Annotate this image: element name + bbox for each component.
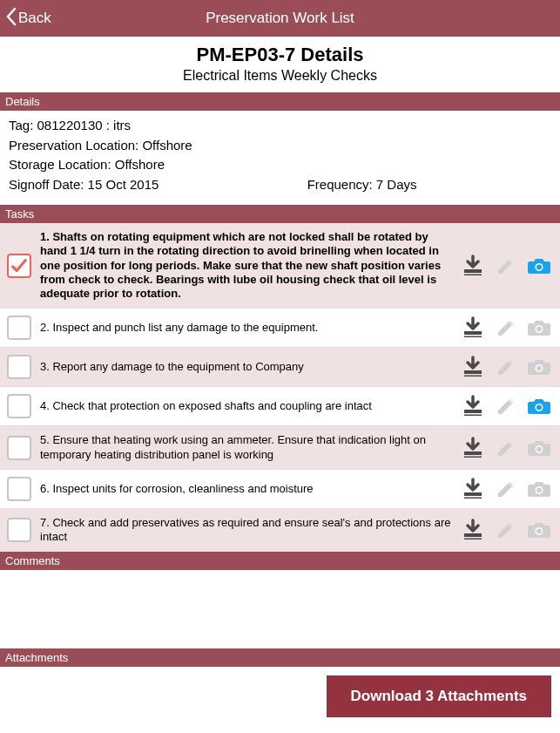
svg-point-27 (536, 529, 542, 534)
task-checkbox[interactable] (7, 355, 31, 379)
download-icon[interactable] (461, 518, 485, 542)
svg-point-19 (536, 446, 542, 451)
svg-rect-8 (464, 370, 482, 374)
navbar: Back Preservation Work List (0, 0, 560, 37)
download-icon[interactable] (461, 254, 485, 278)
svg-rect-0 (464, 269, 482, 273)
task-text: 5. Ensure that heating work using an amm… (40, 433, 452, 462)
task-text: 2. Inspect and punch list any damage to … (40, 321, 452, 335)
task-checkbox[interactable] (7, 316, 31, 340)
pencil-icon[interactable] (494, 254, 518, 278)
svg-rect-24 (464, 533, 482, 537)
download-icon[interactable] (461, 394, 485, 418)
details-body: Tag: 081220130 : itrs Preservation Locat… (0, 111, 560, 205)
svg-rect-17 (464, 456, 482, 458)
download-attachments-button[interactable]: Download 3 Attachments (327, 675, 551, 717)
section-header-tasks: Tasks (0, 205, 560, 223)
camera-icon[interactable] (527, 316, 551, 340)
task-actions (461, 254, 551, 278)
tasks-list: 1. Shafts on rotating equipment which ar… (0, 223, 560, 552)
svg-rect-25 (464, 539, 482, 540)
task-text: 3. Report any damage to the equipment to… (40, 360, 452, 374)
detail-tag: Tag: 081220130 : itrs (9, 116, 551, 136)
task-actions (461, 316, 551, 340)
task-actions (461, 477, 551, 501)
svg-rect-5 (464, 336, 482, 338)
download-icon[interactable] (461, 436, 485, 460)
task-actions (461, 436, 551, 460)
task-row: 4. Check that protection on exposed shaf… (0, 387, 560, 426)
svg-point-15 (536, 405, 542, 411)
task-row: 5. Ensure that heating work using an amm… (0, 426, 560, 470)
svg-point-3 (536, 264, 542, 269)
nav-title: Preservation Work List (206, 10, 354, 27)
task-text: 7. Check and add preservatives as requir… (40, 516, 452, 545)
chevron-left-icon (5, 7, 17, 31)
task-actions (461, 355, 551, 379)
camera-icon[interactable] (527, 254, 551, 278)
back-button[interactable]: Back (5, 0, 51, 37)
page-title: PM-EP03-7 Details (0, 44, 560, 66)
download-icon[interactable] (461, 477, 485, 501)
task-row: 6. Inspect units for corrosion, cleanlin… (0, 470, 560, 509)
task-actions (461, 394, 551, 418)
task-text: 6. Inspect units for corrosion, cleanlin… (40, 482, 452, 496)
task-checkbox[interactable] (7, 254, 31, 278)
task-checkbox[interactable] (7, 436, 31, 460)
task-actions (461, 518, 551, 542)
detail-storage-location: Storage Location: Offshore (9, 155, 551, 175)
svg-point-23 (536, 487, 542, 492)
detail-signoff-date: Signoff Date: 15 Oct 2015 (9, 175, 307, 195)
section-header-comments: Comments (0, 552, 560, 570)
svg-rect-4 (464, 331, 482, 335)
section-header-attachments: Attachments (0, 648, 560, 667)
task-checkbox[interactable] (7, 394, 31, 418)
task-checkbox[interactable] (7, 477, 31, 501)
svg-rect-16 (464, 451, 482, 455)
svg-rect-21 (464, 497, 482, 499)
task-text: 4. Check that protection on exposed shaf… (40, 399, 452, 413)
page-header: PM-EP03-7 Details Electrical Items Weekl… (0, 37, 560, 92)
pencil-icon[interactable] (494, 355, 518, 379)
svg-point-7 (536, 327, 542, 332)
pencil-icon[interactable] (494, 394, 518, 418)
pencil-icon[interactable] (494, 316, 518, 340)
task-checkbox[interactable] (7, 518, 31, 542)
camera-icon[interactable] (527, 477, 551, 501)
camera-icon[interactable] (527, 394, 551, 418)
back-label: Back (18, 10, 51, 27)
svg-rect-13 (464, 415, 482, 417)
page-subtitle: Electrical Items Weekly Checks (0, 68, 560, 84)
task-row: 7. Check and add preservatives as requir… (0, 509, 560, 553)
bottom-area: Download 3 Attachments (0, 667, 560, 733)
task-row: 1. Shafts on rotating equipment which ar… (0, 223, 560, 309)
section-header-details: Details (0, 92, 560, 111)
task-text: 1. Shafts on rotating equipment which ar… (40, 230, 452, 301)
task-row: 2. Inspect and punch list any damage to … (0, 309, 560, 348)
detail-frequency: Frequency: 7 Days (307, 175, 551, 195)
camera-icon[interactable] (527, 355, 551, 379)
svg-rect-9 (464, 376, 482, 377)
pencil-icon[interactable] (494, 436, 518, 460)
task-row: 3. Report any damage to the equipment to… (0, 348, 560, 387)
pencil-icon[interactable] (494, 477, 518, 501)
pencil-icon[interactable] (494, 518, 518, 542)
download-icon[interactable] (461, 316, 485, 340)
svg-rect-12 (464, 410, 482, 413)
detail-preservation-location: Preservation Location: Offshore (9, 136, 551, 156)
download-icon[interactable] (461, 355, 485, 379)
camera-icon[interactable] (527, 518, 551, 542)
svg-point-11 (536, 366, 542, 371)
svg-rect-1 (464, 274, 482, 275)
svg-rect-20 (464, 492, 482, 496)
camera-icon[interactable] (527, 436, 551, 460)
